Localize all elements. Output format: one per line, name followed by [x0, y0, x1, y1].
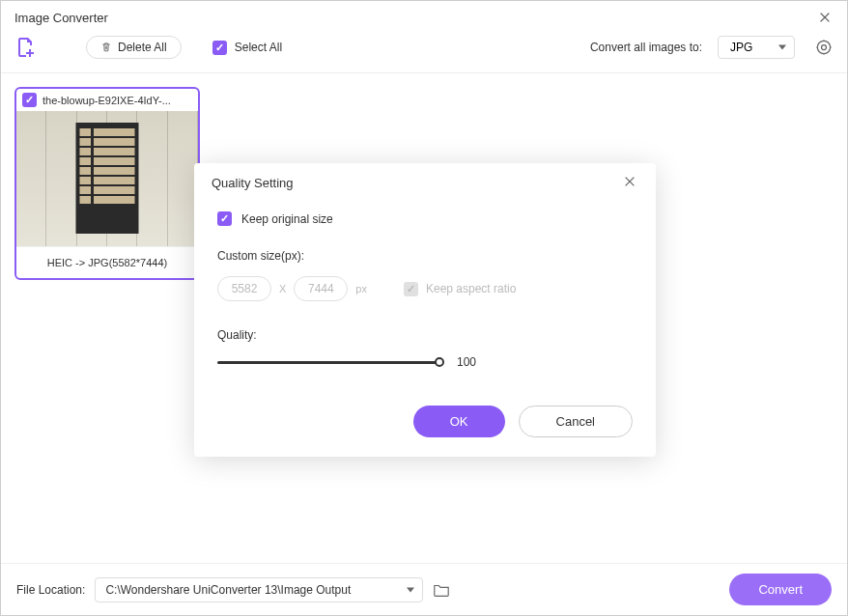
thumbnail-image: [16, 111, 198, 246]
keep-aspect-label: Keep aspect ratio: [426, 282, 516, 295]
ok-button[interactable]: OK: [413, 406, 505, 437]
dimension-separator: X: [279, 283, 286, 294]
keep-original-label: Keep original size: [241, 212, 333, 226]
select-all-checkbox[interactable]: Select All: [212, 41, 282, 55]
folder-icon[interactable]: [433, 581, 450, 599]
quality-slider[interactable]: [217, 361, 439, 364]
thumbnail-conversion-info: HEIC -> JPG(5582*7444): [16, 246, 198, 278]
add-file-icon[interactable]: [14, 36, 38, 59]
keep-aspect-checkbox: [404, 282, 418, 296]
keep-original-row[interactable]: Keep original size: [217, 211, 633, 226]
dialog-body: Keep original size Custom size(px): X px…: [194, 202, 656, 398]
checkbox-icon: [212, 41, 227, 55]
height-input[interactable]: [294, 276, 348, 301]
footer-bar: File Location: C:\Wondershare UniConvert…: [1, 563, 847, 615]
convert-button[interactable]: Convert: [729, 574, 832, 605]
thumbnail-checkbox[interactable]: [22, 93, 37, 107]
quality-value: 100: [457, 355, 476, 369]
image-thumbnail-card[interactable]: the-blowup-E92IXE-4IdY-... HEIC -> JPG(5…: [14, 87, 200, 280]
format-value: JPG: [730, 41, 752, 54]
window-title: Image Converter: [14, 11, 108, 25]
chevron-down-icon: [407, 587, 414, 592]
toolbar: Delete All Select All Convert all images…: [1, 30, 847, 73]
titlebar: Image Converter: [1, 1, 847, 30]
delete-all-button[interactable]: Delete All: [86, 36, 182, 59]
dialog-footer: OK Cancel: [194, 398, 656, 457]
cancel-button[interactable]: Cancel: [519, 406, 633, 437]
width-input[interactable]: [217, 276, 271, 301]
quality-label: Quality:: [217, 328, 633, 342]
select-all-label: Select All: [235, 41, 282, 54]
quality-slider-row: 100: [217, 355, 633, 369]
thumbnail-filename: the-blowup-E92IXE-4IdY-...: [42, 95, 171, 106]
dialog-close-icon[interactable]: [623, 175, 638, 190]
convert-to-label: Convert all images to:: [590, 41, 702, 54]
dialog-header: Quality Setting: [194, 163, 656, 202]
slider-thumb[interactable]: [435, 357, 444, 367]
custom-size-label: Custom size(px):: [217, 249, 633, 263]
format-dropdown[interactable]: JPG: [718, 36, 795, 59]
keep-original-checkbox[interactable]: [217, 211, 232, 226]
trash-icon: [100, 42, 112, 53]
quality-setting-dialog: Quality Setting Keep original size Custo…: [194, 163, 656, 457]
gear-icon[interactable]: [814, 38, 834, 57]
close-icon[interactable]: [816, 9, 834, 26]
px-unit-label: px: [355, 283, 367, 294]
svg-point-0: [817, 41, 830, 53]
file-location-path: C:\Wondershare UniConverter 13\Image Out…: [105, 583, 351, 597]
thumbnail-header: the-blowup-E92IXE-4IdY-...: [16, 89, 198, 111]
dialog-title: Quality Setting: [212, 176, 294, 190]
file-location-label: File Location:: [16, 583, 85, 597]
delete-all-label: Delete All: [118, 41, 167, 54]
svg-point-1: [822, 45, 827, 50]
size-inputs-row: X px Keep aspect ratio: [217, 276, 633, 301]
chevron-down-icon: [778, 45, 786, 50]
file-location-dropdown[interactable]: C:\Wondershare UniConverter 13\Image Out…: [95, 577, 423, 602]
